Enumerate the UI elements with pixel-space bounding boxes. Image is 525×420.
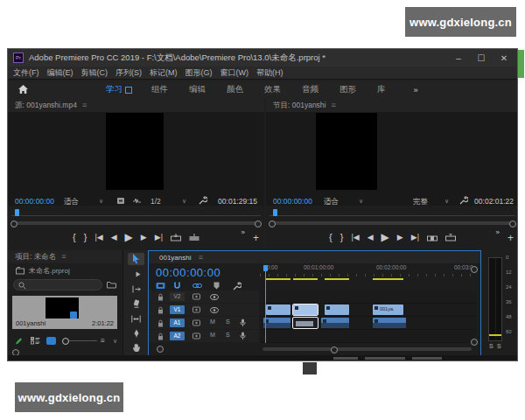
maximize-button[interactable]: ☐ xyxy=(470,49,493,66)
sync-lock-icon[interactable] xyxy=(192,293,200,300)
project-panel-header[interactable]: 项目: 未命名≡ xyxy=(8,250,122,263)
selection-tool-icon[interactable] xyxy=(128,253,144,265)
track-header-a2[interactable]: A2 M S xyxy=(149,330,259,342)
lock-icon[interactable] xyxy=(158,293,164,301)
go-to-out-button[interactable]: ▶| xyxy=(155,233,163,242)
add-button[interactable]: + xyxy=(508,232,514,244)
mark-out-button[interactable]: } xyxy=(340,232,344,242)
mark-in-button[interactable]: { xyxy=(329,232,332,242)
menu-markers[interactable]: 标记(M) xyxy=(150,67,178,79)
video-clip-2-selected[interactable] xyxy=(293,304,318,315)
menu-window[interactable]: 窗口(W) xyxy=(220,67,249,79)
overwrite-icon[interactable] xyxy=(189,234,200,242)
program-timecode[interactable]: 00:00:00:00 xyxy=(273,197,312,206)
go-to-out-button[interactable]: ▶| xyxy=(411,233,419,242)
thumbnail-zoom-slider[interactable] xyxy=(62,338,69,345)
razor-tool-icon[interactable] xyxy=(128,298,144,310)
program-zoom-select[interactable]: 适合 xyxy=(324,197,339,207)
panel-menu-icon[interactable]: ≡ xyxy=(61,252,66,261)
horizontal-zoom-bar[interactable] xyxy=(262,347,472,351)
video-clip-3[interactable] xyxy=(325,304,349,315)
step-forward-button[interactable]: ▶ xyxy=(397,233,403,242)
source-monitor-header[interactable]: 源: 001yanshi.mp4≡ xyxy=(8,99,264,112)
tab-audio[interactable]: 音频 xyxy=(291,84,329,95)
icon-view-icon[interactable] xyxy=(46,337,56,345)
settings-wrench-icon[interactable] xyxy=(459,196,468,205)
timeline-playhead-line[interactable] xyxy=(265,270,266,343)
program-playhead[interactable] xyxy=(273,209,277,216)
chevron-down-icon[interactable]: ∨ xyxy=(113,338,117,345)
program-scrubber-track[interactable] xyxy=(270,215,515,216)
add-button[interactable]: + xyxy=(253,232,259,244)
linked-selection-icon[interactable] xyxy=(192,282,202,290)
list-view-icon[interactable] xyxy=(31,337,40,345)
drag-audio-only-icon[interactable] xyxy=(132,197,142,205)
time-ruler[interactable] xyxy=(260,274,476,276)
zoom-handle-left[interactable] xyxy=(10,220,18,228)
lock-icon[interactable] xyxy=(158,332,164,340)
tab-learning[interactable]: 学习 xyxy=(95,84,125,95)
play-button[interactable]: ▶ xyxy=(382,231,389,243)
program-zoom-bar[interactable] xyxy=(271,221,514,225)
transport-more-button[interactable]: » xyxy=(496,228,500,236)
snap-magnet-icon[interactable] xyxy=(173,282,181,290)
track-name-v1[interactable]: V1 xyxy=(170,305,185,314)
source-resolution-select[interactable]: 1/2 xyxy=(150,197,161,206)
close-button[interactable]: ✕ xyxy=(493,49,515,66)
menu-file[interactable]: 文件(F) xyxy=(13,67,39,79)
chevron-down-icon[interactable]: ∨ xyxy=(359,198,363,205)
zoom-handle-right[interactable] xyxy=(509,220,516,228)
source-zoom-select[interactable]: 适合 xyxy=(64,197,79,207)
mark-in-button[interactable]: { xyxy=(73,232,76,242)
mark-out-button[interactable]: } xyxy=(84,232,88,242)
solo-button[interactable]: S xyxy=(226,332,230,338)
video-clip-1[interactable] xyxy=(266,304,290,315)
program-quality-select[interactable]: 完整 xyxy=(413,197,428,207)
timeline-content[interactable]: 00:00 00:01:00:00 00:02:00:00 00:03:0 00… xyxy=(260,264,476,352)
track-lane-v1[interactable]: 001ya. xyxy=(260,304,476,317)
workspace-overflow-button[interactable]: » xyxy=(396,85,429,94)
sync-lock-icon[interactable] xyxy=(192,332,200,340)
zoom-handle-right[interactable] xyxy=(255,220,262,228)
source-scrubber-track[interactable] xyxy=(11,215,261,216)
track-output-eye-icon[interactable] xyxy=(210,294,219,300)
sequence-tab[interactable]: 001yanshi xyxy=(159,254,191,262)
sync-lock-icon[interactable] xyxy=(192,319,200,326)
play-button[interactable]: ▶ xyxy=(125,231,133,243)
project-writable-icon[interactable] xyxy=(15,337,23,345)
track-header-a1[interactable]: A1 M S xyxy=(149,317,259,329)
tab-editing[interactable]: 编辑 xyxy=(178,84,216,95)
video-clip-4[interactable]: 001ya. xyxy=(373,304,403,315)
menu-graphics[interactable]: 图形(G) xyxy=(186,67,213,79)
panel-menu-icon[interactable]: ≡ xyxy=(199,253,203,262)
track-header-v1[interactable]: V1 xyxy=(149,304,259,316)
tab-effects[interactable]: 效果 xyxy=(254,84,291,95)
list-options-icon[interactable]: ≡ xyxy=(101,336,105,345)
panel-menu-icon[interactable]: ≡ xyxy=(331,101,335,109)
menu-sequence[interactable]: 序列(S) xyxy=(116,67,142,79)
drag-video-only-icon[interactable] xyxy=(116,197,125,205)
solo-button[interactable]: S xyxy=(226,318,230,325)
track-select-tool-icon[interactable] xyxy=(128,268,144,280)
timeline-timecode[interactable]: 00:00:00:00 xyxy=(156,266,220,279)
lift-icon[interactable] xyxy=(427,234,438,242)
menu-edit[interactable]: 编辑(E) xyxy=(47,67,74,79)
tab-color[interactable]: 颜色 xyxy=(216,84,254,95)
lock-icon[interactable] xyxy=(158,319,164,327)
nest-sequence-icon[interactable] xyxy=(156,282,165,290)
track-header-v2[interactable]: V2 xyxy=(149,290,259,303)
insert-icon[interactable] xyxy=(171,234,181,242)
scroll-knob[interactable] xyxy=(157,346,164,353)
sync-lock-icon[interactable] xyxy=(192,306,200,313)
chevron-down-icon[interactable]: ∨ xyxy=(444,198,449,205)
mute-button[interactable]: M xyxy=(210,332,215,338)
tab-libraries[interactable]: 库 xyxy=(367,84,396,95)
extract-icon[interactable] xyxy=(445,234,456,242)
track-lane-a2[interactable] xyxy=(260,330,476,343)
chevron-down-icon[interactable]: ∨ xyxy=(99,198,103,205)
tab-assembly[interactable]: 组件 xyxy=(141,84,178,95)
step-forward-button[interactable]: ▶ xyxy=(141,233,147,242)
add-marker-icon[interactable] xyxy=(214,282,220,290)
slip-tool-icon[interactable] xyxy=(128,312,144,325)
step-back-button[interactable]: ◀ xyxy=(111,233,117,242)
